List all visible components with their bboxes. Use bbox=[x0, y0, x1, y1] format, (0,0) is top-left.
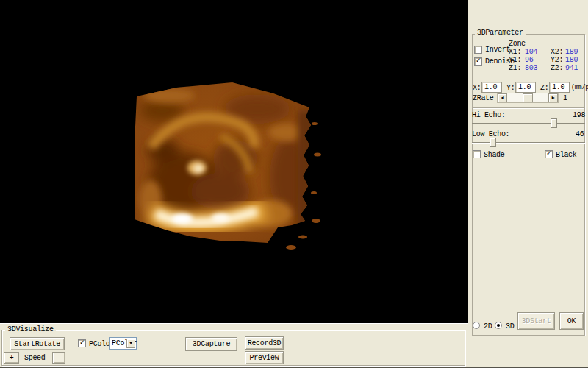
scale-unit-label: (mm/p) bbox=[571, 84, 588, 92]
zone-z2-label: Z2: bbox=[551, 64, 563, 72]
radio-dot bbox=[497, 324, 500, 327]
scale-x-input[interactable]: 1.0 bbox=[481, 82, 502, 93]
zrate-value: 1 bbox=[563, 94, 567, 102]
black-label: Black bbox=[556, 151, 577, 159]
visualize-bar: 3DVisualize StartRotate + Speed - ✓ PCol… bbox=[0, 323, 468, 368]
hi-echo-slider-track[interactable] bbox=[472, 123, 585, 124]
zone-x1-label: X1: bbox=[509, 48, 521, 56]
section-divider bbox=[473, 107, 584, 109]
zone-y1-value: 96 bbox=[525, 56, 533, 64]
black-checkbox[interactable]: ✓ bbox=[545, 150, 553, 158]
scale-y-input[interactable]: 1.0 bbox=[515, 82, 536, 93]
record3d-button[interactable]: Record3D bbox=[245, 336, 284, 350]
speed-plus-button[interactable]: + bbox=[4, 352, 19, 364]
zone-z1-label: Z1: bbox=[509, 64, 521, 72]
radio-2d[interactable] bbox=[473, 322, 480, 329]
denoise-checkbox[interactable]: ✓ bbox=[474, 57, 482, 66]
zone-y1-label: Y1: bbox=[509, 56, 521, 64]
check-icon: ✓ bbox=[547, 150, 551, 158]
start-rotate-button[interactable]: StartRotate bbox=[10, 337, 65, 350]
shade-checkbox[interactable] bbox=[473, 150, 481, 158]
zone-y2-value: 180 bbox=[565, 56, 578, 64]
radio-3d-label: 3D bbox=[506, 322, 514, 330]
zone-y2-label: Y2: bbox=[551, 56, 563, 64]
parameter-panel: 3DParameter Invert ✓ Denoise Zone X1: 10… bbox=[468, 0, 588, 368]
zone-z1-value: 803 bbox=[525, 64, 537, 72]
zrate-scroll-right-icon[interactable]: ► bbox=[548, 93, 558, 102]
invert-label: Invert bbox=[485, 46, 510, 54]
shade-label: Shade bbox=[484, 151, 505, 159]
invert-checkbox[interactable] bbox=[474, 46, 482, 54]
app-window: 3DParameter Invert ✓ Denoise Zone X1: 10… bbox=[0, 0, 588, 368]
speed-minus-button[interactable]: - bbox=[52, 352, 65, 364]
3dcapture-button[interactable]: 3DCapture bbox=[185, 337, 237, 351]
hi-echo-value: 198 bbox=[573, 111, 585, 119]
zrate-scroll-thumb[interactable] bbox=[523, 93, 533, 102]
zrate-scrollbar[interactable]: ◄ ► bbox=[497, 93, 559, 103]
pcolor-combobox[interactable]: PColor ▼ bbox=[109, 337, 137, 350]
scale-y-label: Y: bbox=[506, 84, 514, 92]
scale-z-label: Z: bbox=[540, 84, 548, 92]
3dstart-button[interactable]: 3DStart bbox=[517, 312, 555, 330]
dropdown-arrow-icon[interactable]: ▼ bbox=[126, 339, 135, 348]
low-echo-value: 46 bbox=[576, 130, 584, 138]
scale-z-input[interactable]: 1.0 bbox=[549, 82, 570, 93]
speed-label: Speed bbox=[24, 354, 46, 362]
zrate-scroll-left-icon[interactable]: ◄ bbox=[498, 93, 507, 102]
zone-x2-label: X2: bbox=[551, 48, 563, 56]
render-viewport[interactable] bbox=[0, 0, 468, 323]
radio-3d[interactable] bbox=[495, 322, 502, 329]
ok-button[interactable]: OK bbox=[559, 312, 584, 330]
preview-button[interactable]: Preview bbox=[245, 351, 284, 364]
check-icon: ✓ bbox=[80, 339, 85, 347]
zone-x1-value: 104 bbox=[525, 48, 537, 56]
scale-x-label: X: bbox=[473, 84, 481, 92]
hi-echo-label: Hi Echo: bbox=[472, 111, 506, 119]
zone-title: Zone bbox=[509, 40, 526, 48]
hi-echo-slider-thumb[interactable] bbox=[551, 118, 557, 128]
visualize-group-title: 3DVisualize bbox=[5, 325, 56, 333]
check-icon: ✓ bbox=[476, 57, 481, 65]
zrate-label: ZRate bbox=[473, 94, 494, 102]
parameter-group-title: 3DParameter bbox=[475, 29, 526, 37]
low-echo-slider-thumb[interactable] bbox=[490, 138, 496, 147]
pcolor-checkbox[interactable]: ✓ bbox=[78, 339, 86, 347]
zone-z2-value: 941 bbox=[565, 64, 578, 72]
radio-2d-label: 2D bbox=[484, 322, 492, 330]
zone-x2-value: 189 bbox=[565, 48, 578, 56]
ultrasound-render bbox=[0, 0, 468, 323]
